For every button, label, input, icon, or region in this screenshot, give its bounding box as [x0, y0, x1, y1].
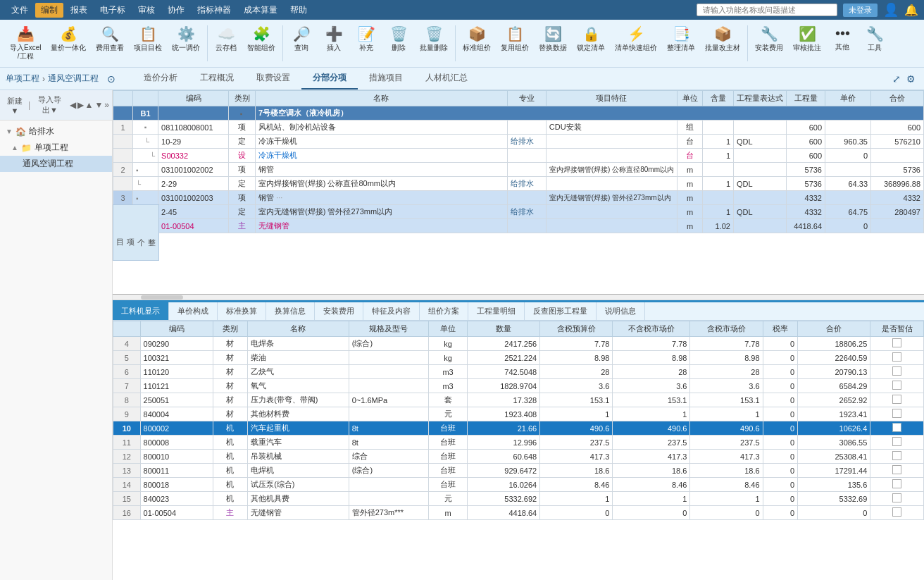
menu-report[interactable]: 报表	[65, 3, 93, 18]
tab-labor-machine-display[interactable]: 工料机显示	[113, 302, 169, 320]
audit-approve-button[interactable]: ✅ 审核批注	[789, 23, 825, 55]
expand-icon[interactable]: ⤢	[889, 73, 904, 85]
tab-group-plan[interactable]: 组价方案	[420, 302, 468, 320]
organize-list-button[interactable]: 📑 整理清单	[663, 23, 699, 55]
menu-indicator[interactable]: 指标神器	[192, 3, 237, 18]
scroll-bar-area[interactable]	[113, 295, 924, 300]
bottom-tab-bar: 工料机显示 单价构成 标准换算 换算信息 安装费用 特征及内容 组价方案 工程量…	[113, 302, 924, 321]
th-qty: 工程量	[787, 91, 825, 106]
th-seq	[133, 91, 158, 106]
std-group-button[interactable]: 📦 标准组价	[458, 23, 495, 55]
proj-check-button[interactable]: 📋 项目目检	[130, 23, 166, 55]
tab-install-fee[interactable]: 安装费用	[315, 302, 363, 320]
tab-description[interactable]: 说明信息	[597, 302, 645, 320]
top-right-area: 未登录 👤 🔔	[697, 2, 918, 18]
bth-est: 是否暂估	[870, 321, 924, 337]
sidebar-nav-left[interactable]: ◀	[70, 100, 76, 110]
tab-unit-price-composition[interactable]: 单价构成	[169, 302, 218, 320]
tab-graph-qty[interactable]: 反查图形工程量	[525, 302, 597, 320]
batch-delete-icon: 🗑️	[425, 25, 443, 42]
checkbox-est[interactable]	[892, 493, 901, 502]
sidebar-expand-btn[interactable]: »	[104, 100, 109, 110]
copy-group-button[interactable]: 📋 复用组价	[497, 23, 533, 55]
avatar-icon[interactable]: 👤	[883, 2, 899, 18]
checkbox-est[interactable]	[892, 352, 901, 362]
notification-icon[interactable]: 🔔	[904, 4, 918, 17]
tab-standard-conversion[interactable]: 标准换算	[218, 302, 266, 320]
main-table-wrapper: 编码 类别 名称 专业 项目特征 单位 含量 工程量表达式 工程量 单价 合价	[113, 90, 924, 295]
smart-group-button[interactable]: 🧩 智能组价	[243, 23, 280, 55]
import-excel-button[interactable]: 📥 导入Excel/工程	[6, 23, 45, 63]
tab-cost-analysis[interactable]: 造价分析	[132, 68, 189, 90]
expand-row1-icon[interactable]: ▪	[144, 123, 147, 131]
tab-conversion-info[interactable]: 换算信息	[266, 302, 315, 320]
unit-price-button[interactable]: 💰 量价一体化	[46, 23, 90, 55]
tab-fee-settings[interactable]: 取费设置	[245, 68, 301, 90]
fee-query-button[interactable]: 🔍 费用查看	[92, 23, 128, 55]
tab-overview[interactable]: 工程概况	[189, 68, 245, 90]
menu-cost[interactable]: 成本算量	[238, 3, 283, 18]
breadcrumb-nav-icon[interactable]: ⊙	[107, 73, 116, 85]
tab-division-items[interactable]: 分部分项	[301, 68, 358, 90]
breadcrumb-current[interactable]: 通风空调工程	[48, 73, 99, 85]
menu-audit[interactable]: 审核	[132, 3, 161, 18]
tools-button[interactable]: 🔧 工具	[859, 23, 890, 55]
th-unit: 单位	[678, 91, 703, 106]
other-button[interactable]: ••• 其他	[827, 23, 858, 54]
import-export-button[interactable]: 导入导出▼	[32, 93, 68, 117]
menu-file[interactable]: 文件	[6, 3, 34, 18]
checkbox-est[interactable]	[892, 395, 901, 404]
supplement-button[interactable]: 📝 补充	[351, 23, 382, 55]
sidebar-nav-down[interactable]: ▼	[94, 100, 103, 110]
bth-tax-price: 含税预算价	[540, 321, 613, 337]
table-row: 2 ▪ 031001002002 项 钢管 室内焊接钢管(焊接) 公称直径80m…	[113, 163, 924, 177]
sidebar-nav-right[interactable]: ▶	[77, 100, 84, 110]
menu-edit[interactable]: 编制	[35, 3, 63, 18]
menu-cooperate[interactable]: 协作	[162, 3, 190, 18]
replace-data-button[interactable]: 🔄 替换数据	[535, 23, 571, 55]
settings-icon[interactable]: ⚙	[904, 73, 918, 85]
checkbox-est[interactable]	[892, 479, 901, 488]
std-group-icon: 📦	[468, 25, 486, 42]
sidebar-item-single-project[interactable]: ▲ 📁 单项工程	[0, 140, 112, 156]
checkbox-est[interactable]	[892, 451, 901, 460]
tab-labor-material[interactable]: 人材机汇总	[414, 68, 479, 90]
toolbar: 📥 导入Excel/工程 💰 量价一体化 🔍 费用查看 📋 项目目检 ⚙️ 统一…	[0, 20, 924, 68]
checkbox-est[interactable]	[892, 366, 901, 376]
sidebar-nav-up[interactable]: ▲	[85, 100, 94, 110]
other-icon: •••	[835, 25, 850, 42]
expand-b1-icon[interactable]: ▪	[240, 110, 243, 118]
checkbox-est[interactable]	[892, 465, 901, 474]
checkbox-est[interactable]	[892, 423, 901, 432]
install-fee-button[interactable]: 🔧 安装费用	[751, 23, 787, 55]
bottom-table-row: 15 840023 机 其他机具费 元 5332.692 1 1 1 0 533…	[113, 492, 924, 506]
checkbox-est[interactable]	[892, 338, 901, 347]
checkbox-est[interactable]	[892, 437, 901, 446]
th-type: 类别	[229, 91, 256, 106]
insert-button[interactable]: ➕ 插入	[318, 23, 349, 55]
login-button[interactable]: 未登录	[843, 4, 878, 17]
tab-measures[interactable]: 措施项目	[358, 68, 414, 90]
quick-group-button[interactable]: ⚡ 清单快速组价	[611, 23, 661, 55]
overall-adj-button[interactable]: ⚙️ 统一调价	[168, 23, 204, 55]
batch-material-button[interactable]: 📦 批量改主材	[701, 23, 744, 55]
checkbox-est[interactable]	[892, 381, 901, 390]
new-button[interactable]: 新建▼	[3, 94, 27, 116]
batch-delete-button[interactable]: 🗑️ 批量删除	[416, 23, 452, 55]
sidebar-item-paishui[interactable]: ▼ 🏠 给排水	[0, 123, 112, 140]
tab-features-content[interactable]: 特征及内容	[363, 302, 420, 320]
checkbox-est[interactable]	[892, 507, 901, 517]
checkbox-est[interactable]	[892, 409, 901, 418]
query-button[interactable]: 🔎 查询	[286, 23, 317, 55]
menu-etender[interactable]: 电子标	[94, 3, 131, 18]
sidebar-item-hvac[interactable]: 通风空调工程	[0, 156, 112, 172]
cloud-save-button[interactable]: ☁️ 云存档	[211, 23, 242, 55]
table-row: └ 2-29 定 室内焊接钢管(焊接) 公称直径80mm以内 给排水 m 1 Q…	[113, 177, 924, 191]
lock-list-button[interactable]: 🔒 锁定清单	[573, 23, 609, 55]
lock-list-icon: 🔒	[582, 25, 600, 42]
breadcrumb-root[interactable]: 单项工程	[6, 73, 39, 85]
menu-help[interactable]: 帮助	[285, 3, 313, 18]
delete-button[interactable]: 🗑️ 删除	[383, 23, 414, 55]
tab-qty-detail[interactable]: 工程量明细	[468, 302, 525, 320]
search-input[interactable]	[697, 4, 837, 16]
